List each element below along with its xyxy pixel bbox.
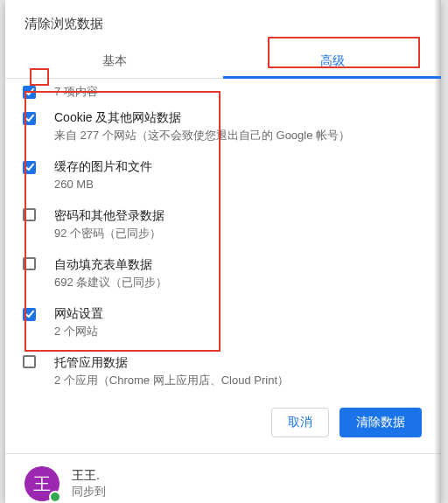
row-sub: 7 项内容: [54, 82, 424, 100]
row-title: 网站设置: [54, 304, 424, 322]
row-title: 托管应用数据: [54, 353, 424, 371]
checkbox-autofill[interactable]: [23, 257, 36, 270]
row-sub: 2 个网站: [54, 322, 424, 339]
clear-data-button[interactable]: 清除数据: [340, 408, 422, 437]
account-name: 王王.: [72, 468, 106, 484]
tab-basic[interactable]: 基本: [5, 45, 223, 78]
checkbox-site-settings[interactable]: [23, 308, 36, 321]
row-title: 密码和其他登录数据: [54, 206, 424, 224]
account-block: 王 王王. 同步到: [5, 454, 441, 503]
row-sub: 260 MB: [54, 175, 424, 192]
row-title: 缓存的图片和文件: [54, 157, 424, 175]
row-sub: 2 个应用（Chrome 网上应用店、Cloud Print）: [54, 371, 424, 388]
avatar-initial: 王: [33, 472, 51, 496]
tab-underline: [223, 76, 441, 79]
row-title: 自动填充表单数据: [54, 255, 424, 273]
row-cache: 缓存的图片和文件 260 MB: [5, 150, 441, 199]
row-download-history: 下载记录 7 项内容: [5, 79, 441, 101]
clear-browsing-data-dialog: 清除浏览数据 基本 高级 下载记录 7 项内容 Cookie 及其他网站数据 来…: [5, 0, 441, 503]
avatar: 王: [24, 466, 60, 501]
row-site-settings: 网站设置 2 个网站: [5, 297, 441, 346]
dialog-title: 清除浏览数据: [5, 0, 441, 45]
row-passwords: 密码和其他登录数据 92 个密码（已同步）: [5, 199, 441, 248]
row-hosted-apps: 托管应用数据 2 个应用（Chrome 网上应用店、Cloud Print）: [5, 346, 441, 395]
row-sub: 来自 277 个网站（这不会致使您退出自己的 Google 帐号）: [54, 126, 424, 143]
checkbox-download-history[interactable]: [23, 86, 36, 99]
tab-advanced[interactable]: 高级: [223, 45, 441, 78]
row-title: Cookie 及其他网站数据: [54, 108, 424, 126]
tabs: 基本 高级: [5, 45, 441, 79]
cancel-button[interactable]: 取消: [271, 408, 329, 437]
row-cookies: Cookie 及其他网站数据 来自 277 个网站（这不会致使您退出自己的 Go…: [5, 101, 441, 150]
checkbox-passwords[interactable]: [23, 208, 36, 221]
options-list: 下载记录 7 项内容 Cookie 及其他网站数据 来自 277 个网站（这不会…: [5, 79, 441, 395]
button-row: 取消 清除数据: [5, 395, 441, 453]
row-sub: 92 个密码（已同步）: [54, 224, 424, 241]
row-autofill: 自动填充表单数据 692 条建议（已同步）: [5, 248, 441, 297]
sync-badge-icon: [49, 491, 61, 503]
account-sub: 同步到: [72, 484, 106, 500]
checkbox-cookies[interactable]: [23, 112, 36, 125]
checkbox-cache[interactable]: [23, 161, 36, 174]
row-sub: 692 条建议（已同步）: [54, 273, 424, 290]
checkbox-hosted-apps[interactable]: [23, 355, 36, 368]
